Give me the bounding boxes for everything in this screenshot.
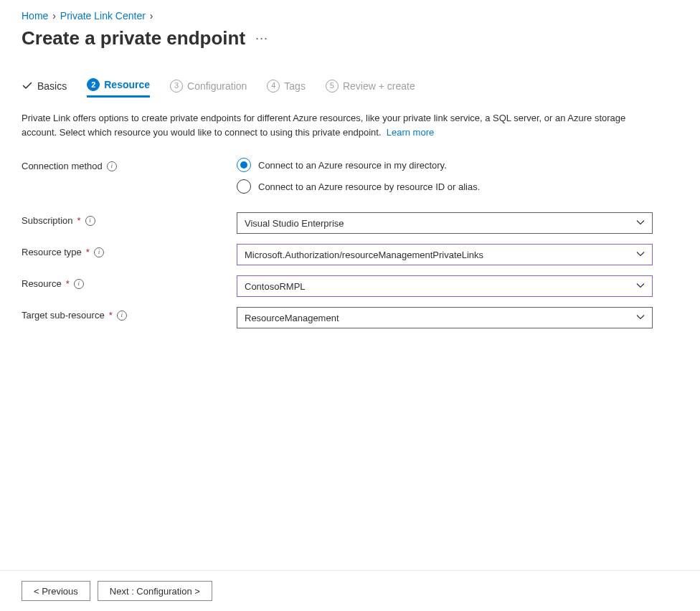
label-target-sub-resource: Target sub-resource bbox=[22, 310, 105, 321]
wizard-tabs: Basics 2 Resource 3 Configuration 4 Tags… bbox=[22, 78, 678, 98]
resource-type-select[interactable]: Microsoft.Authorization/resourceManageme… bbox=[237, 244, 653, 265]
intro-body: Private Link offers options to create pr… bbox=[22, 113, 625, 138]
radio-icon bbox=[237, 179, 251, 194]
wizard-footer: < Previous Next : Configuration > bbox=[0, 570, 700, 611]
tab-review-create[interactable]: 5 Review + create bbox=[326, 78, 415, 98]
chevron-down-icon bbox=[636, 218, 645, 229]
radio-connect-resource-id[interactable]: Connect to an Azure resource by resource… bbox=[237, 179, 653, 194]
radio-connect-directory[interactable]: Connect to an Azure resource in my direc… bbox=[237, 158, 653, 172]
required-icon: * bbox=[86, 247, 90, 257]
required-icon: * bbox=[66, 278, 70, 289]
breadcrumb-sep-icon: › bbox=[150, 10, 153, 22]
label-connection-method: Connection method bbox=[22, 161, 103, 171]
radio-icon bbox=[237, 158, 251, 172]
subscription-select[interactable]: Visual Studio Enterprise bbox=[237, 212, 653, 234]
info-icon[interactable]: i bbox=[117, 311, 127, 321]
required-icon: * bbox=[109, 310, 113, 321]
tab-label: Review + create bbox=[343, 80, 415, 92]
select-value: ContosoRMPL bbox=[245, 281, 636, 292]
next-button[interactable]: Next : Configuration > bbox=[98, 581, 212, 601]
label-subscription: Subscription bbox=[22, 215, 73, 226]
info-icon[interactable]: i bbox=[74, 279, 84, 289]
select-value: Visual Studio Enterprise bbox=[245, 218, 636, 229]
label-resource: Resource bbox=[22, 278, 62, 289]
breadcrumb-sep-icon: › bbox=[52, 10, 56, 22]
tab-label: Tags bbox=[284, 80, 306, 92]
select-value: Microsoft.Authorization/resourceManageme… bbox=[245, 250, 636, 260]
step-number-icon: 4 bbox=[267, 80, 280, 93]
breadcrumb: Home › Private Link Center › bbox=[22, 10, 678, 22]
page-title: Create a private endpoint bbox=[22, 27, 245, 49]
tab-label: Resource bbox=[104, 79, 150, 90]
tab-basics[interactable]: Basics bbox=[22, 78, 67, 98]
select-value: ResourceManagement bbox=[245, 313, 636, 323]
breadcrumb-home[interactable]: Home bbox=[22, 10, 48, 22]
resource-select[interactable]: ContosoRMPL bbox=[237, 275, 653, 297]
step-number-icon: 2 bbox=[87, 78, 100, 91]
check-icon bbox=[22, 80, 33, 92]
radio-label: Connect to an Azure resource by resource… bbox=[258, 181, 480, 192]
info-icon[interactable]: i bbox=[107, 161, 117, 171]
step-number-icon: 3 bbox=[170, 80, 183, 93]
learn-more-link[interactable]: Learn more bbox=[387, 127, 434, 138]
breadcrumb-private-link-center[interactable]: Private Link Center bbox=[60, 10, 146, 22]
previous-button[interactable]: < Previous bbox=[22, 581, 90, 601]
tab-resource[interactable]: 2 Resource bbox=[87, 78, 150, 98]
tab-configuration[interactable]: 3 Configuration bbox=[170, 78, 247, 98]
intro-text: Private Link offers options to create pr… bbox=[22, 111, 653, 139]
tab-tags[interactable]: 4 Tags bbox=[267, 78, 306, 98]
chevron-down-icon bbox=[636, 281, 645, 292]
chevron-down-icon bbox=[636, 250, 645, 260]
tab-label: Basics bbox=[37, 80, 67, 92]
info-icon[interactable]: i bbox=[85, 216, 95, 226]
radio-label: Connect to an Azure resource in my direc… bbox=[258, 160, 447, 171]
tab-label: Configuration bbox=[187, 80, 247, 92]
info-icon[interactable]: i bbox=[94, 247, 104, 257]
required-icon: * bbox=[77, 215, 81, 226]
more-actions-icon[interactable]: ··· bbox=[255, 31, 268, 46]
connection-method-radio-group: Connect to an Azure resource in my direc… bbox=[237, 158, 653, 194]
step-number-icon: 5 bbox=[326, 80, 339, 93]
chevron-down-icon bbox=[636, 313, 645, 323]
label-resource-type: Resource type bbox=[22, 247, 82, 257]
target-sub-resource-select[interactable]: ResourceManagement bbox=[237, 307, 653, 328]
